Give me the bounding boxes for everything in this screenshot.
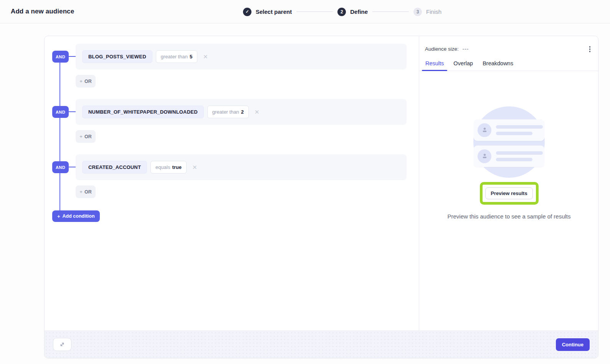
expand-button[interactable] [53,338,71,351]
results-panel: Audience size: --- Results Overlap Break… [419,36,599,331]
condition-field-chip[interactable]: CREATED_ACCOUNT [82,161,147,174]
audience-size-value: --- [463,46,469,52]
step-label: Select parent [256,8,292,15]
condition-operator-chip[interactable]: equals true [150,161,187,174]
tab-results[interactable]: Results [422,60,447,71]
remove-condition-icon[interactable]: ✕ [192,164,197,170]
audience-builder-card: AND BLOG_POSTS_VIEWED greater than 5 ✕ +… [44,36,598,358]
placeholder-text-bars [496,151,543,161]
and-operator-badge: AND [52,51,69,63]
remove-condition-icon[interactable]: ✕ [203,54,208,60]
step-define[interactable]: 2 Define [337,8,368,16]
step-finish[interactable]: 3 Finish [413,8,441,16]
operator-text: greater than [212,109,239,115]
operator-value: 2 [241,109,244,115]
highlight-frame: Preview results [480,182,539,205]
condition-row: CREATED_ACCOUNT equals true ✕ [76,154,407,180]
audience-size: Audience size: --- [425,46,469,52]
panel-tabs: Results Overlap Breakdowns [419,54,599,71]
illustration-list-item [474,119,544,141]
condition-operator-chip[interactable]: greater than 2 [207,106,249,118]
plus-icon: + [79,78,83,84]
illustration-list-item [474,146,544,167]
operator-text: equals [155,164,170,170]
person-icon [481,153,488,159]
panel-header: Audience size: --- [419,36,599,54]
kebab-menu-icon[interactable] [588,45,592,54]
illustration-circle [473,106,545,178]
add-condition-button[interactable]: + Add condition [52,210,100,222]
step-connector-line [296,12,333,12]
add-or-button[interactable]: + OR [76,185,96,198]
condition-operator-chip[interactable]: greater than 5 [156,50,197,63]
add-or-button[interactable]: + OR [76,130,96,143]
or-label: OR [84,79,92,84]
step-label: Finish [426,8,441,15]
expand-icon [59,341,65,347]
add-condition-label: Add condition [63,213,95,219]
plus-icon: + [79,189,83,195]
add-or-button[interactable]: + OR [76,75,96,88]
audience-size-label: Audience size: [425,46,459,52]
step-number-badge: 2 [337,8,346,16]
and-operator-badge: AND [52,106,69,118]
placeholder-text-bars [496,125,543,135]
tab-breakdowns[interactable]: Breakdowns [479,60,517,71]
conditions-pane: AND BLOG_POSTS_VIEWED greater than 5 ✕ +… [45,36,419,331]
step-connector-line [372,12,409,12]
top-bar: Add a new audience ✓ Select parent 2 Def… [0,0,610,23]
step-label: Define [350,8,368,15]
operator-text: greater than [161,54,188,60]
condition-row: NUMBER_OF_WHITEPAPER_DOWNLOADED greater … [76,99,407,125]
preview-results-button[interactable]: Preview results [485,187,532,199]
operator-value: 5 [190,54,192,60]
condition-field-chip[interactable]: BLOG_POSTS_VIEWED [82,50,152,63]
page-title: Add a new audience [11,8,74,15]
avatar [478,123,491,137]
plus-icon: + [79,134,83,139]
or-label: OR [84,134,92,139]
condition-row: BLOG_POSTS_VIEWED greater than 5 ✕ [76,44,407,69]
tab-overlap[interactable]: Overlap [450,60,476,71]
step-complete-check-icon: ✓ [243,8,251,16]
and-operator-badge: AND [52,161,69,173]
operator-value: true [172,164,182,170]
stepper: ✓ Select parent 2 Define 3 Finish [243,0,441,23]
footer-bar: Continue [45,331,598,358]
condition-tree-line [60,57,60,216]
panel-body: Preview results Preview this audience to… [419,106,599,220]
preview-caption: Preview this audience to see a sample of… [419,213,599,220]
remove-condition-icon[interactable]: ✕ [255,109,260,115]
step-select-parent[interactable]: ✓ Select parent [243,8,292,16]
step-number-badge: 3 [413,8,422,16]
person-icon [481,127,488,133]
or-label: OR [84,189,92,195]
condition-field-chip[interactable]: NUMBER_OF_WHITEPAPER_DOWNLOADED [82,106,204,118]
continue-button[interactable]: Continue [556,338,590,351]
plus-icon: + [57,213,60,219]
avatar [478,149,491,163]
results-placeholder-illustration [473,106,545,178]
